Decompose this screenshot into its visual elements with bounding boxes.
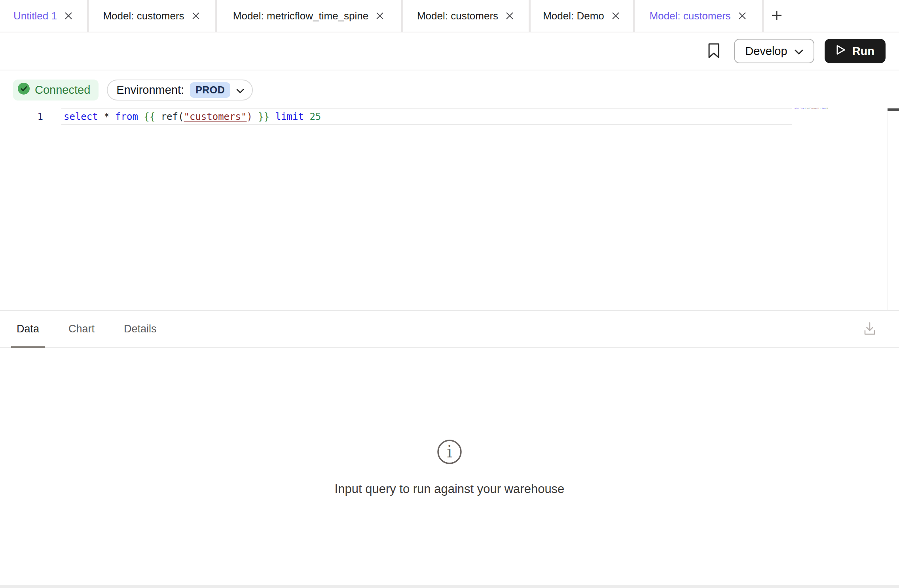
status-bar: Connected Environment: PROD: [0, 70, 899, 101]
run-button-label: Run: [852, 45, 874, 58]
dbt-ide-window: Untitled 1 Model: customers Model: metri…: [0, 0, 899, 588]
scrollbar-thumb[interactable]: [888, 108, 899, 111]
bookmark-button[interactable]: [708, 43, 720, 60]
code-editor[interactable]: 1 select * from {{ ref("customers") }} l…: [0, 101, 899, 310]
close-icon[interactable]: [505, 11, 515, 21]
tab-label: Model: customers: [417, 10, 498, 22]
svg-text:i: i: [447, 442, 452, 461]
chevron-down-icon: [795, 45, 803, 58]
tab-data[interactable]: Data: [11, 311, 45, 347]
code-token: from: [115, 111, 138, 122]
code-token: ref(: [155, 111, 184, 122]
tab-label: Model: metricflow_time_spine: [233, 10, 368, 22]
code-token: 25: [309, 111, 321, 122]
code-token: {{: [144, 111, 155, 122]
play-icon: [836, 44, 846, 58]
tab-model-metricflow-time-spine[interactable]: Model: metricflow_time_spine: [217, 0, 401, 32]
check-circle-icon: [18, 83, 30, 97]
info-icon: i: [436, 438, 463, 467]
code-token-ref-link[interactable]: "customers": [184, 111, 247, 122]
minimap-divider: [888, 111, 888, 310]
chevron-down-icon: [236, 83, 244, 97]
tab-label: Model: Demo: [543, 10, 604, 22]
bottom-edge: [0, 585, 899, 588]
line-number: 1: [0, 108, 43, 125]
tab-untitled-1[interactable]: Untitled 1: [0, 0, 87, 32]
download-icon: [863, 321, 876, 337]
empty-state: i Input query to run against your wareho…: [335, 438, 565, 496]
tab-details[interactable]: Details: [118, 311, 162, 347]
environment-selector[interactable]: Environment: PROD: [107, 80, 253, 101]
tab-label: Model: customers: [103, 10, 184, 22]
tab-model-customers-3[interactable]: Model: customers: [635, 0, 762, 32]
code-token: }}: [258, 111, 269, 122]
tab-model-customers-2[interactable]: Model: customers: [403, 0, 529, 32]
close-icon[interactable]: [611, 11, 621, 21]
plus-icon: [771, 9, 783, 23]
connection-status-badge: Connected: [13, 80, 99, 101]
run-button[interactable]: Run: [825, 39, 886, 63]
close-icon[interactable]: [63, 11, 74, 21]
code-token: [138, 111, 144, 122]
download-button[interactable]: [863, 321, 876, 337]
code-token: limit: [275, 111, 304, 122]
code-token: select: [64, 111, 98, 122]
tab-label: Model: customers: [649, 10, 730, 22]
tab-model-customers-1[interactable]: Model: customers: [89, 0, 215, 32]
develop-button[interactable]: Develop: [734, 39, 814, 63]
tab-label: Untitled 1: [13, 10, 57, 22]
bookmark-icon: [708, 43, 720, 60]
code-token: ): [247, 111, 252, 122]
results-panel: Data Chart Details i: [0, 310, 899, 586]
code-token: [269, 111, 275, 122]
tab-chart[interactable]: Chart: [63, 311, 100, 347]
empty-state-message: Input query to run against your warehous…: [335, 482, 565, 496]
tab-bar-spacer: [807, 0, 899, 32]
develop-button-label: Develop: [745, 45, 787, 58]
close-icon[interactable]: [375, 11, 385, 21]
tab-model-demo[interactable]: Model: Demo: [531, 0, 633, 32]
code-token: *: [98, 111, 115, 122]
close-icon[interactable]: [191, 11, 201, 21]
toolbar: Develop Run: [0, 32, 899, 70]
code-token: [252, 111, 258, 122]
results-content: i Input query to run against your wareho…: [0, 348, 899, 586]
minimap: select * from {{ ref("customers") }} lim…: [795, 108, 887, 123]
editor-tab-bar: Untitled 1 Model: customers Model: metri…: [0, 0, 899, 32]
results-tab-bar: Data Chart Details: [0, 311, 899, 348]
connection-status-label: Connected: [35, 83, 90, 97]
active-line: select * from {{ ref("customers") }} lim…: [61, 108, 792, 125]
close-icon[interactable]: [737, 11, 747, 21]
environment-value-badge: PROD: [190, 82, 230, 98]
new-tab-button[interactable]: [764, 0, 807, 32]
environment-label: Environment:: [116, 83, 184, 97]
code-token: [304, 111, 309, 122]
code-content[interactable]: select * from {{ ref("customers") }} lim…: [61, 109, 792, 124]
